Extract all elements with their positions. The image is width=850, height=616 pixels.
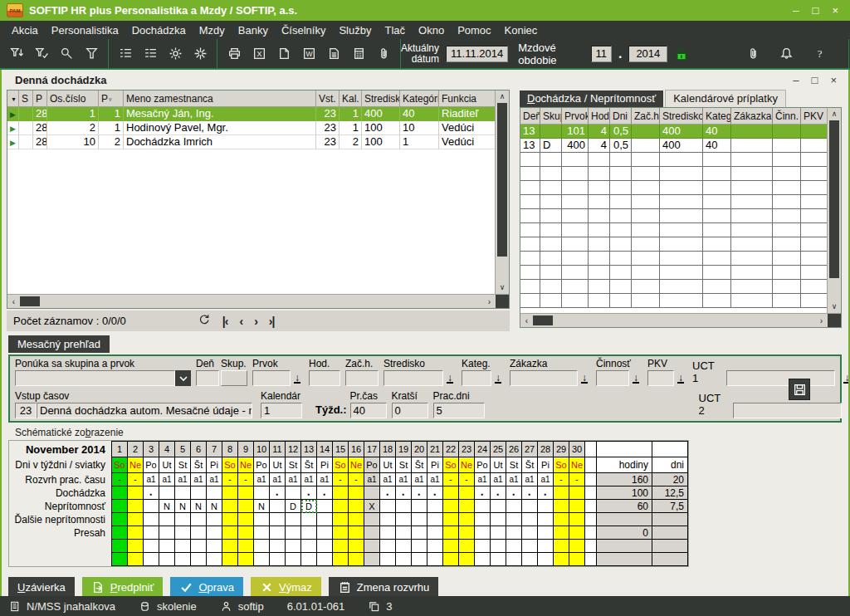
inner-minimize-icon[interactable]: – — [793, 74, 799, 86]
attendance-cell[interactable] — [286, 486, 301, 500]
schematic-cell[interactable] — [569, 540, 585, 553]
grid-cell[interactable] — [562, 237, 589, 252]
vstup-text-field[interactable]: Denná dochádzka autom. Mesačné údaje - m… — [37, 403, 252, 418]
grid-cell[interactable]: 2 — [99, 135, 124, 149]
absence-cell[interactable] — [222, 500, 238, 513]
grid-cell[interactable] — [632, 252, 660, 266]
grid-cell[interactable] — [610, 223, 632, 237]
grid-cell[interactable] — [731, 237, 773, 252]
weekday-cell[interactable]: Pi — [427, 457, 443, 473]
schematic-cell[interactable] — [364, 540, 380, 553]
grid-cell[interactable]: Vedúci — [439, 121, 497, 135]
tab-monthly-overview[interactable]: Mesačný prehľad — [8, 335, 110, 353]
schematic-cell[interactable] — [491, 513, 506, 526]
schematic-cell[interactable] — [270, 540, 286, 553]
schematic-cell[interactable] — [554, 513, 569, 526]
grid-cell[interactable]: 1 — [400, 135, 439, 149]
grid-cell[interactable] — [610, 195, 632, 209]
schematic-cell[interactable] — [301, 553, 317, 566]
schematic-cell[interactable] — [238, 540, 254, 553]
schematic-cell[interactable] — [207, 513, 222, 526]
weekday-cell[interactable]: Pi — [538, 457, 554, 473]
column-header[interactable]: Stredisko — [362, 90, 400, 107]
weekday-cell[interactable]: Št — [191, 457, 207, 473]
grid-cell[interactable]: 100 — [362, 121, 400, 135]
attendance-cell[interactable]: ▪ — [301, 486, 317, 500]
absence-cell[interactable] — [506, 500, 522, 513]
grid-cell[interactable] — [660, 266, 703, 280]
grid-cell[interactable]: 23 — [316, 107, 340, 121]
schematic-cell[interactable] — [207, 540, 222, 553]
schedule-cell[interactable]: a1 — [144, 473, 159, 486]
weekday-cell[interactable]: So — [554, 457, 569, 473]
grid-cell[interactable] — [520, 237, 540, 252]
absence-cell[interactable] — [238, 500, 254, 513]
schedule-cell[interactable]: a1 — [191, 473, 207, 486]
grid-cell[interactable] — [562, 195, 589, 209]
absence-cell[interactable] — [475, 500, 491, 513]
schedule-cell[interactable]: a1 — [491, 473, 506, 486]
column-header[interactable]: Kateg. — [703, 108, 731, 125]
weekday-cell[interactable]: St — [506, 457, 522, 473]
grid-cell[interactable] — [801, 125, 829, 139]
schematic-cell[interactable] — [475, 553, 491, 566]
group-element-field[interactable] — [15, 370, 175, 386]
empty-row[interactable] — [520, 294, 827, 308]
schematic-cell[interactable] — [380, 526, 396, 540]
attendance-cell[interactable] — [159, 486, 175, 500]
schedule-cell[interactable]: a1 — [159, 473, 175, 486]
schematic-cell[interactable] — [207, 526, 222, 540]
schematic-cell[interactable] — [538, 526, 554, 540]
grid-cell[interactable] — [660, 209, 703, 223]
absence-cell[interactable] — [427, 500, 443, 513]
button-predplnit[interactable]: Predplniť — [82, 577, 164, 596]
grid-cell[interactable] — [19, 135, 33, 149]
grid-cell[interactable]: 400 — [660, 139, 703, 153]
grid-cell[interactable] — [632, 237, 660, 252]
grid-cell[interactable]: D — [540, 139, 562, 153]
schematic-cell[interactable] — [506, 553, 522, 566]
schematic-cell[interactable] — [380, 553, 396, 566]
column-header[interactable]: Zač.h. — [632, 108, 660, 125]
schematic-cell[interactable] — [333, 553, 349, 566]
day-number-cell[interactable]: 5 — [175, 442, 191, 457]
cinnost-field[interactable] — [596, 370, 629, 386]
schematic-cell[interactable] — [333, 540, 349, 553]
weekday-cell[interactable]: Št — [412, 457, 427, 473]
grid-cell[interactable] — [589, 237, 610, 252]
day-number-cell[interactable]: 26 — [506, 442, 522, 457]
grid-cell[interactable] — [520, 266, 540, 280]
scroll-left-icon[interactable]: ‹ — [520, 316, 533, 325]
grid-cell[interactable]: ▶ — [7, 135, 19, 149]
absence-cell[interactable] — [128, 500, 144, 513]
schematic-cell[interactable] — [506, 540, 522, 553]
inner-maximize-icon[interactable]: □ — [812, 74, 818, 86]
schedule-cell[interactable]: a1 — [396, 473, 412, 486]
column-header[interactable]: Zákazka — [731, 108, 773, 125]
schematic-cell[interactable] — [396, 553, 412, 566]
day-number-cell[interactable]: 2 — [128, 442, 144, 457]
grid-cell[interactable]: 100 — [362, 135, 400, 149]
schematic-cell[interactable] — [191, 553, 207, 566]
grid-cell[interactable] — [801, 209, 829, 223]
schematic-cell[interactable] — [443, 513, 459, 526]
grid-cell[interactable] — [540, 266, 562, 280]
menu-item-pomoc[interactable]: Pomoc — [451, 22, 497, 39]
grid-cell[interactable] — [632, 209, 660, 223]
absence-cell[interactable] — [412, 500, 427, 513]
grid-cell[interactable]: 40 — [400, 107, 439, 121]
grid-cell[interactable] — [703, 195, 731, 209]
grid-cell[interactable]: 400 — [362, 107, 400, 121]
grid-cell[interactable] — [801, 181, 829, 195]
schematic-cell[interactable] — [270, 553, 286, 566]
grid-cell[interactable] — [731, 167, 773, 181]
group-element-combobox[interactable] — [15, 370, 191, 386]
grid-cell[interactable] — [589, 195, 610, 209]
grid-cell[interactable]: ▶ — [7, 121, 19, 135]
grid-cell[interactable] — [610, 294, 632, 308]
employee-row[interactable]: ▶28102Dochádzka Imrich2321001Vedúci — [7, 135, 495, 149]
schematic-cell[interactable] — [144, 526, 159, 540]
schematic-cell[interactable] — [475, 526, 491, 540]
grid-cell[interactable] — [801, 237, 829, 252]
grid-cell[interactable]: 4 — [589, 139, 610, 153]
